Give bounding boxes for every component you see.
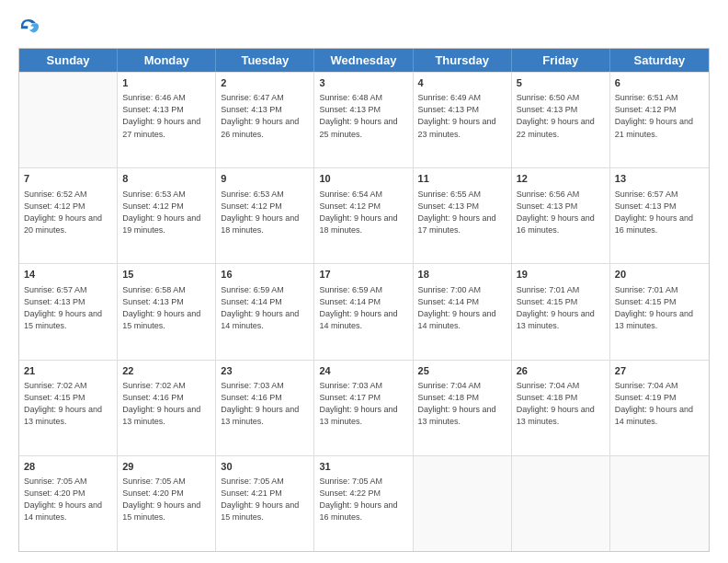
calendar-cell: 18Sunrise: 7:00 AMSunset: 4:14 PMDayligh… [414,264,512,359]
calendar-cell: 19Sunrise: 7:01 AMSunset: 4:15 PMDayligh… [512,264,610,359]
day-number: 12 [517,172,605,186]
logo [18,17,40,39]
cell-info: Sunrise: 6:56 AMSunset: 4:13 PMDaylight:… [517,189,605,236]
day-number: 30 [221,460,309,474]
cell-info: Sunrise: 6:46 AMSunset: 4:13 PMDaylight:… [122,92,210,140]
calendar-cell: 29Sunrise: 7:05 AMSunset: 4:20 PMDayligh… [118,456,216,551]
calendar-cell: 24Sunrise: 7:03 AMSunset: 4:17 PMDayligh… [314,361,413,455]
calendar-cell: 13Sunrise: 6:57 AMSunset: 4:13 PMDayligh… [610,168,709,263]
calendar-cell: 8Sunrise: 6:53 AMSunset: 4:12 PMDaylight… [118,168,216,263]
cell-info: Sunrise: 6:58 AMSunset: 4:13 PMDaylight:… [122,284,210,332]
calendar-cell: 6Sunrise: 6:51 AMSunset: 4:12 PMDaylight… [610,73,709,167]
day-number: 13 [615,172,704,186]
calendar-row-5: 28Sunrise: 7:05 AMSunset: 4:20 PMDayligh… [19,455,709,551]
calendar-cell: 25Sunrise: 7:04 AMSunset: 4:18 PMDayligh… [414,361,512,455]
day-number: 5 [517,76,605,90]
cell-info: Sunrise: 6:47 AMSunset: 4:13 PMDaylight:… [221,92,309,140]
calendar-row-3: 14Sunrise: 6:57 AMSunset: 4:13 PMDayligh… [19,263,709,359]
cell-info: Sunrise: 6:55 AMSunset: 4:13 PMDaylight:… [418,189,506,236]
cell-info: Sunrise: 6:49 AMSunset: 4:13 PMDaylight:… [418,92,506,140]
day-number: 3 [319,76,407,90]
calendar-cell: 1Sunrise: 6:46 AMSunset: 4:13 PMDaylight… [118,73,216,167]
calendar-row-2: 7Sunrise: 6:52 AMSunset: 4:12 PMDaylight… [19,167,709,263]
calendar-cell: 30Sunrise: 7:05 AMSunset: 4:21 PMDayligh… [216,456,314,551]
day-header-thursday: Thursday [414,49,512,72]
cell-info: Sunrise: 6:59 AMSunset: 4:14 PMDaylight:… [319,284,407,332]
cell-info: Sunrise: 7:04 AMSunset: 4:18 PMDaylight:… [418,380,506,428]
day-number: 4 [418,76,506,90]
cell-info: Sunrise: 6:51 AMSunset: 4:12 PMDaylight:… [615,92,704,140]
calendar-cell: 11Sunrise: 6:55 AMSunset: 4:13 PMDayligh… [414,168,512,263]
day-number: 15 [122,268,210,282]
day-header-monday: Monday [118,49,216,72]
cell-info: Sunrise: 6:57 AMSunset: 4:13 PMDaylight:… [24,284,112,332]
day-number: 18 [418,268,506,282]
calendar-cell: 2Sunrise: 6:47 AMSunset: 4:13 PMDaylight… [216,73,314,167]
cell-info: Sunrise: 6:57 AMSunset: 4:13 PMDaylight:… [615,189,704,236]
calendar-cell: 15Sunrise: 6:58 AMSunset: 4:13 PMDayligh… [118,264,216,359]
calendar-cell: 20Sunrise: 7:01 AMSunset: 4:15 PMDayligh… [610,264,709,359]
cell-info: Sunrise: 6:54 AMSunset: 4:12 PMDaylight:… [319,189,407,236]
calendar-row-1: 1Sunrise: 6:46 AMSunset: 4:13 PMDaylight… [19,72,709,167]
calendar-cell [610,456,709,551]
calendar-cell: 26Sunrise: 7:04 AMSunset: 4:18 PMDayligh… [512,361,610,455]
day-number: 8 [122,172,210,186]
calendar-cell: 23Sunrise: 7:03 AMSunset: 4:16 PMDayligh… [216,361,314,455]
cell-info: Sunrise: 6:59 AMSunset: 4:14 PMDaylight:… [221,284,309,332]
day-number: 2 [221,76,309,90]
day-number: 27 [615,364,704,378]
day-header-sunday: Sunday [19,49,118,72]
calendar-cell: 17Sunrise: 6:59 AMSunset: 4:14 PMDayligh… [314,264,413,359]
calendar-cell: 22Sunrise: 7:02 AMSunset: 4:16 PMDayligh… [118,361,216,455]
day-number: 25 [418,364,506,378]
cell-info: Sunrise: 7:00 AMSunset: 4:14 PMDaylight:… [418,284,506,332]
cell-info: Sunrise: 7:01 AMSunset: 4:15 PMDaylight:… [615,284,704,332]
day-number: 31 [319,460,407,474]
cell-info: Sunrise: 7:02 AMSunset: 4:16 PMDaylight:… [122,380,210,428]
calendar-cell: 14Sunrise: 6:57 AMSunset: 4:13 PMDayligh… [19,264,118,359]
calendar-cell: 10Sunrise: 6:54 AMSunset: 4:12 PMDayligh… [314,168,413,263]
calendar-header: SundayMondayTuesdayWednesdayThursdayFrid… [19,49,709,72]
day-number: 14 [24,268,112,282]
cell-info: Sunrise: 7:04 AMSunset: 4:19 PMDaylight:… [615,380,704,428]
calendar-cell: 21Sunrise: 7:02 AMSunset: 4:15 PMDayligh… [19,361,118,455]
calendar-cell: 9Sunrise: 6:53 AMSunset: 4:12 PMDaylight… [216,168,314,263]
cell-info: Sunrise: 6:52 AMSunset: 4:12 PMDaylight:… [24,189,112,236]
calendar-cell: 7Sunrise: 6:52 AMSunset: 4:12 PMDaylight… [19,168,118,263]
day-number: 6 [615,76,704,90]
logo-icon [18,17,39,37]
cell-info: Sunrise: 7:05 AMSunset: 4:22 PMDaylight:… [319,476,407,523]
cell-info: Sunrise: 7:03 AMSunset: 4:16 PMDaylight:… [221,380,309,428]
day-header-friday: Friday [512,49,610,72]
day-number: 17 [319,268,407,282]
day-number: 20 [615,268,704,282]
day-number: 10 [319,172,407,186]
calendar-cell: 4Sunrise: 6:49 AMSunset: 4:13 PMDaylight… [414,73,512,167]
cell-info: Sunrise: 6:53 AMSunset: 4:12 PMDaylight:… [122,189,210,236]
day-number: 19 [517,268,605,282]
calendar-cell: 12Sunrise: 6:56 AMSunset: 4:13 PMDayligh… [512,168,610,263]
header [18,17,710,39]
calendar-cell: 3Sunrise: 6:48 AMSunset: 4:13 PMDaylight… [314,73,413,167]
day-number: 7 [24,172,112,186]
calendar-cell: 16Sunrise: 6:59 AMSunset: 4:14 PMDayligh… [216,264,314,359]
calendar-cell: 28Sunrise: 7:05 AMSunset: 4:20 PMDayligh… [19,456,118,551]
calendar-cell: 27Sunrise: 7:04 AMSunset: 4:19 PMDayligh… [610,361,709,455]
day-number: 1 [122,76,210,90]
cell-info: Sunrise: 7:05 AMSunset: 4:20 PMDaylight:… [24,476,112,523]
cell-info: Sunrise: 7:03 AMSunset: 4:17 PMDaylight:… [319,380,407,428]
cell-info: Sunrise: 6:53 AMSunset: 4:12 PMDaylight:… [221,189,309,236]
cell-info: Sunrise: 7:05 AMSunset: 4:20 PMDaylight:… [122,476,210,523]
day-number: 21 [24,364,112,378]
calendar-cell: 5Sunrise: 6:50 AMSunset: 4:13 PMDaylight… [512,73,610,167]
day-number: 26 [517,364,605,378]
day-number: 23 [221,364,309,378]
cell-info: Sunrise: 6:50 AMSunset: 4:13 PMDaylight:… [517,92,605,140]
day-header-wednesday: Wednesday [314,49,413,72]
calendar-cell [414,456,512,551]
cell-info: Sunrise: 7:04 AMSunset: 4:18 PMDaylight:… [517,380,605,428]
day-number: 9 [221,172,309,186]
day-number: 11 [418,172,506,186]
calendar-cell [19,73,118,167]
page: SundayMondayTuesdayWednesdayThursdayFrid… [0,0,728,563]
